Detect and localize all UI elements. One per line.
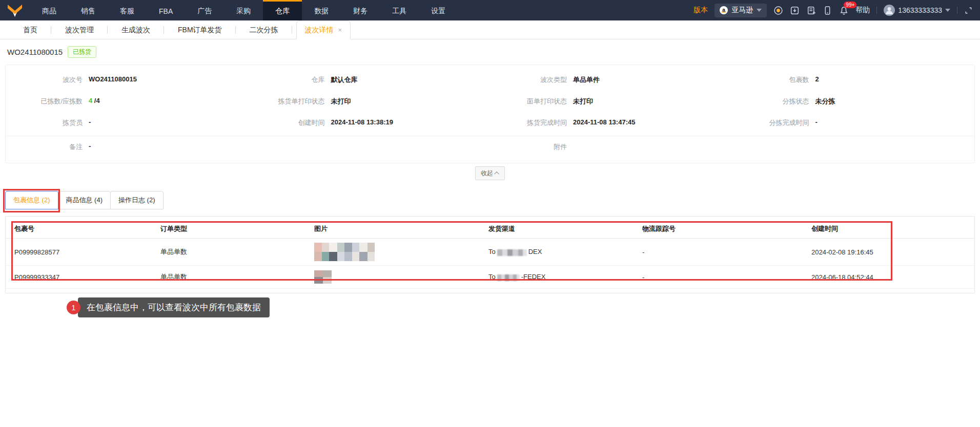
- field-label: 创建时间: [248, 118, 325, 127]
- col-created-time: 创建时间: [805, 221, 974, 239]
- package-table: 包裹号 订单类型 图片 发货渠道 物流跟踪号 创建时间 P09999828577…: [6, 221, 974, 289]
- top-navbar: 商品 销售 客服 FBA 广告 采购 仓库 数据 财务 工具 设置 版本 a 亚…: [0, 0, 980, 20]
- nav-item-warehouse[interactable]: 仓库: [263, 0, 302, 20]
- subtab-label: 操作日志 (2): [118, 196, 155, 204]
- redacted-text: [497, 274, 520, 281]
- package-table-card: 包裹号 订单类型 图片 发货渠道 物流跟踪号 创建时间 P09999828577…: [5, 216, 975, 293]
- field-label: 备注: [6, 142, 83, 152]
- amazon-logo-icon: a: [720, 6, 728, 14]
- detail-subtabs: 包裹信息 (2) 商品信息 (4) 操作日志 (2): [5, 191, 975, 209]
- redacted-product-image: [314, 270, 332, 284]
- help-link[interactable]: 帮助: [855, 6, 870, 15]
- field-created-time: 创建时间 2024-11-08 13:38:19: [248, 112, 491, 134]
- mobile-app-icon[interactable]: [823, 6, 832, 15]
- col-package-no: 包裹号: [6, 221, 154, 239]
- tab-wave-detail-active[interactable]: 波次详情 ×: [296, 20, 351, 39]
- redacted-text: [497, 249, 527, 256]
- col-order-type: 订单类型: [154, 221, 308, 239]
- channel-prefix: To: [488, 248, 496, 255]
- field-sorting-status: 分拣状态 未分拣: [732, 91, 975, 112]
- app-logo[interactable]: [0, 0, 30, 20]
- fox-logo-icon: [7, 4, 23, 17]
- field-warehouse: 仓库 默认仓库: [248, 69, 491, 91]
- field-wave-no: 波次号 WO2411080015: [6, 69, 248, 91]
- field-label: 包裹数: [732, 75, 809, 84]
- redacted-product-image: [314, 243, 375, 261]
- field-package-count: 包裹数 2: [732, 69, 975, 91]
- field-label: 已拣数/应拣数: [6, 97, 83, 106]
- field-value: -: [89, 118, 91, 126]
- channel-prefix: To: [488, 273, 496, 281]
- chevron-down-icon: [757, 9, 762, 12]
- customer-service-icon[interactable]: [773, 6, 783, 15]
- version-link[interactable]: 版本: [693, 6, 708, 15]
- nav-item-products[interactable]: 商品: [30, 0, 69, 20]
- nav-item-fba[interactable]: FBA: [147, 0, 185, 20]
- annotation-step-number: 1: [67, 301, 80, 314]
- field-value: 2: [815, 75, 819, 83]
- nav-item-finance[interactable]: 财务: [341, 0, 380, 20]
- tab-wave-management[interactable]: 波次管理: [51, 20, 108, 39]
- page-title: WO2411080015: [7, 48, 63, 56]
- field-value: 未打印: [331, 97, 351, 106]
- collapse-button[interactable]: 收起: [475, 166, 505, 180]
- field-value: -: [815, 118, 818, 126]
- svg-text:a: a: [723, 7, 726, 13]
- table-header-row: 包裹号 订单类型 图片 发货渠道 物流跟踪号 创建时间: [6, 221, 974, 239]
- nav-item-service[interactable]: 客服: [108, 0, 147, 20]
- field-picklist-print-status: 拣货单打印状态 未打印: [248, 91, 491, 112]
- bell-icon[interactable]: 99+: [839, 6, 849, 15]
- cell-order-type: 单品单数: [154, 239, 308, 266]
- subtab-package-info[interactable]: 包裹信息 (2): [5, 191, 58, 209]
- avatar: [884, 5, 895, 16]
- collapse-row: 收起: [0, 166, 980, 180]
- subtab-label: 商品信息 (4): [66, 196, 103, 204]
- subtab-product-info[interactable]: 商品信息 (4): [58, 191, 111, 209]
- user-menu[interactable]: 13633333333: [884, 5, 950, 16]
- field-value: 2024-11-08 13:47:45: [573, 118, 635, 126]
- cell-package-no: P09999828577: [6, 239, 154, 266]
- info-grid: 波次号 WO2411080015 仓库 默认仓库 波次类型 单品单件 包裹数 2…: [6, 69, 974, 134]
- field-label: 拣货单打印状态: [248, 97, 325, 106]
- nav-item-sales[interactable]: 销售: [69, 0, 108, 20]
- cell-ship-channel: To-FEDEX: [482, 266, 636, 289]
- page-tabbar: 首页 波次管理 生成波次 FBM订单发货 二次分拣 波次详情 ×: [0, 20, 980, 39]
- annotation-callout: 1 在包裹信息中，可以查看波次中所有包裹数据: [67, 297, 980, 317]
- field-label: 仓库: [248, 75, 325, 84]
- col-image: 图片: [308, 221, 482, 239]
- table-row: P09999933347 单品单数 To-FEDEX - 2024-06-18 …: [6, 266, 974, 289]
- navbar-right: 版本 a 亚马逊: [693, 0, 980, 20]
- tab-generate-wave[interactable]: 生成波次: [108, 20, 164, 39]
- annotation-text: 在包裹信息中，可以查看波次中所有包裹数据: [78, 297, 270, 317]
- nav-item-data[interactable]: 数据: [302, 0, 341, 20]
- subtab-label: 包裹信息 (2): [13, 196, 50, 204]
- cell-tracking-no: -: [636, 266, 805, 289]
- nav-item-purchase[interactable]: 采购: [224, 0, 263, 20]
- subtab-operation-log[interactable]: 操作日志 (2): [110, 191, 164, 209]
- field-value: 单品单件: [573, 75, 600, 84]
- status-badge: 已拣货: [68, 46, 96, 58]
- channel-suffix: DEX: [528, 248, 542, 255]
- cell-ship-channel: ToDEX: [482, 239, 636, 266]
- field-label-print-status: 面单打印状态 未打印: [490, 91, 732, 112]
- feedback-note-icon[interactable]: [806, 6, 816, 15]
- field-label: 波次类型: [490, 75, 567, 84]
- field-attachment: 附件: [490, 136, 974, 158]
- close-icon[interactable]: ×: [338, 26, 342, 34]
- nav-item-ads[interactable]: 广告: [185, 0, 224, 20]
- marketplace-selector[interactable]: a 亚马逊: [714, 4, 767, 17]
- field-label: 波次号: [6, 75, 83, 84]
- tab-fbm-order-ship[interactable]: FBM订单发货: [164, 20, 236, 39]
- fullscreen-icon[interactable]: [964, 6, 973, 15]
- nav-item-settings[interactable]: 设置: [419, 0, 458, 20]
- download-icon[interactable]: [790, 6, 800, 15]
- field-value: 未打印: [573, 97, 593, 106]
- main-menu: 商品 销售 客服 FBA 广告 采购 仓库 数据 财务 工具 设置: [30, 0, 458, 20]
- field-value: 未分拣: [815, 97, 835, 106]
- tab-home[interactable]: 首页: [9, 20, 51, 39]
- tab-second-sorting[interactable]: 二次分拣: [236, 20, 292, 39]
- collapse-label: 收起: [481, 169, 493, 178]
- table-row: P09999828577 单品单数 ToDEX - 2024-02-08 19:…: [6, 239, 974, 266]
- field-label: 分拣状态: [732, 97, 809, 106]
- nav-item-tools[interactable]: 工具: [380, 0, 419, 20]
